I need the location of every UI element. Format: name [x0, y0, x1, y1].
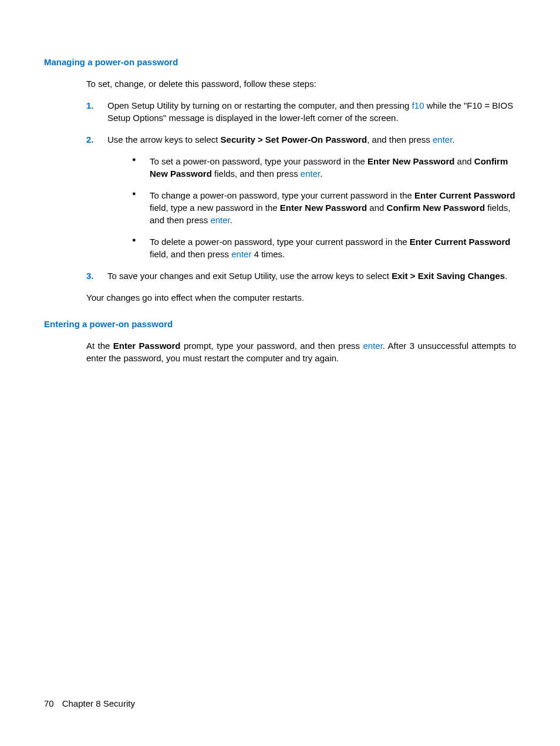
- field-name: Enter New Password: [367, 156, 454, 166]
- step-text: .: [452, 135, 454, 145]
- step-text: Use the arrow keys to select: [107, 135, 221, 145]
- step-2: 2. Use the arrow keys to select Security…: [86, 133, 516, 260]
- step-number: 1.: [86, 99, 94, 112]
- page-footer: 70Chapter 8 Security: [44, 697, 135, 710]
- key-enter: enter: [363, 341, 382, 351]
- key-enter: enter: [433, 135, 452, 145]
- menu-path: Security > Set Power-On Password: [221, 135, 367, 145]
- key-enter: enter: [301, 169, 320, 179]
- bullet-text: 4 times.: [251, 249, 285, 259]
- numbered-steps: 1. Open Setup Utility by turning on or r…: [86, 99, 516, 282]
- intro-text: To set, change, or delete this password,…: [86, 78, 516, 90]
- bullet-text: and: [367, 203, 386, 213]
- key-enter: enter: [231, 249, 251, 259]
- step-3: 3. To save your changes and exit Setup U…: [86, 270, 516, 282]
- section-heading-managing: Managing a power-on password: [44, 56, 516, 68]
- bullet-delete-password: To delete a power-on password, type your…: [129, 236, 516, 260]
- para-text: At the: [86, 341, 113, 351]
- step-number: 3.: [86, 270, 94, 282]
- page-number: 70: [44, 698, 54, 708]
- bullet-text: To delete a power-on password, type your…: [150, 237, 410, 247]
- step-number: 2.: [86, 133, 94, 146]
- bullet-text: .: [320, 169, 322, 179]
- bullet-text: To set a power-on password, type your pa…: [150, 156, 367, 166]
- key-enter: enter: [210, 215, 230, 225]
- step-text: .: [505, 271, 507, 281]
- para-text: prompt, type your password, and then pre…: [180, 341, 363, 351]
- bullet-text: .: [230, 215, 232, 225]
- bullet-text: To change a power-on password, type your…: [150, 190, 414, 200]
- step-text: Open Setup Utility by turning on or rest…: [107, 100, 412, 110]
- field-name: Enter Current Password: [410, 237, 511, 247]
- bullet-text: and: [454, 156, 474, 166]
- chapter-label: Chapter 8 Security: [62, 698, 135, 708]
- step-1: 1. Open Setup Utility by turning on or r…: [86, 99, 516, 124]
- entering-paragraph: At the Enter Password prompt, type your …: [86, 340, 516, 364]
- bullet-text: field, type a new password in the: [150, 203, 280, 213]
- field-name: Enter New Password: [280, 203, 367, 213]
- field-name: Enter Current Password: [414, 190, 515, 200]
- field-name: Confirm New Password: [387, 203, 485, 213]
- bullet-text: fields, and then press: [212, 169, 301, 179]
- sub-bullets: To set a power-on password, type your pa…: [129, 155, 516, 260]
- prompt-name: Enter Password: [113, 341, 181, 351]
- bullet-set-password: To set a power-on password, type your pa…: [129, 155, 516, 180]
- bullet-change-password: To change a power-on password, type your…: [129, 189, 516, 226]
- step-text: , and then press: [367, 135, 433, 145]
- step-text: To save your changes and exit Setup Util…: [107, 271, 392, 281]
- key-f10: f10: [412, 100, 424, 110]
- bullet-text: field, and then press: [150, 249, 231, 259]
- menu-path: Exit > Exit Saving Changes: [392, 271, 505, 281]
- section-heading-entering: Entering a power-on password: [44, 318, 516, 330]
- outro-text: Your changes go into effect when the com…: [86, 291, 516, 304]
